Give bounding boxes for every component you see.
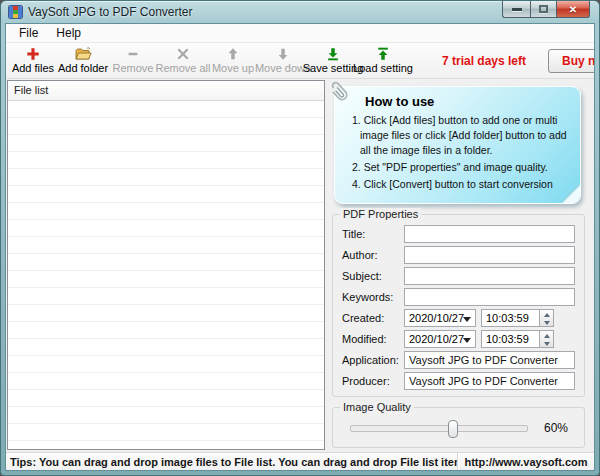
menu-help[interactable]: Help — [47, 25, 90, 41]
settings-panel: How to use 1. Click [Add files] button t… — [325, 80, 593, 450]
load-setting-icon — [376, 47, 390, 62]
created-time-value: 10:03:59 — [486, 312, 529, 324]
producer-field-label: Producer: — [342, 375, 404, 387]
minimize-button[interactable] — [502, 1, 530, 18]
website-link[interactable]: http://www.vaysoft.com — [458, 456, 594, 468]
modified-time-value: 10:03:59 — [486, 333, 529, 345]
created-time-field[interactable]: 10:03:59 — [481, 309, 539, 327]
how-to-use-step-2: 2. Set "PDF properties" and image qualit… — [348, 160, 570, 175]
created-time-spinner[interactable] — [539, 309, 554, 327]
image-quality-slider[interactable] — [350, 425, 528, 432]
maximize-button[interactable] — [530, 1, 556, 18]
move-down-button[interactable]: Move down — [258, 43, 308, 78]
move-up-icon — [226, 47, 240, 62]
spinner-up-icon[interactable] — [540, 331, 553, 340]
remove-all-label: Remove all — [155, 62, 210, 75]
file-list-body[interactable] — [8, 101, 324, 449]
app-window: VaySoft JPG to PDF Converter ✕ File Help… — [0, 0, 600, 476]
image-quality-group: Image Quality 60% — [332, 407, 585, 448]
main-area: File list How to use — [6, 79, 594, 452]
title-field-label: Title: — [342, 228, 404, 240]
close-icon: ✕ — [569, 4, 577, 15]
menu-file[interactable]: File — [10, 25, 47, 41]
chevron-down-icon — [463, 317, 471, 326]
image-quality-slider-thumb[interactable] — [448, 420, 458, 438]
created-date-dropdown[interactable]: 2020/10/27 — [404, 309, 476, 327]
add-folder-icon — [75, 47, 92, 62]
maximize-icon — [539, 5, 548, 13]
how-to-use-step-1: 1. Click [Add files] button to add one o… — [348, 113, 570, 158]
file-list: File list — [7, 80, 325, 450]
how-to-use-title: How to use — [365, 94, 570, 109]
paperclip-icon — [330, 80, 352, 104]
keywords-field-label: Keywords: — [342, 291, 404, 303]
keywords-field[interactable] — [404, 288, 575, 306]
save-setting-icon — [326, 47, 340, 62]
app-icon — [8, 5, 23, 19]
author-field-label: Author: — [342, 249, 404, 261]
image-quality-group-label: Image Quality — [340, 401, 414, 413]
trial-days-text: 7 trial days left — [416, 43, 548, 78]
menu-bar: File Help — [6, 24, 594, 43]
chevron-down-icon — [463, 338, 471, 347]
created-date-value: 2020/10/27 — [409, 312, 464, 324]
remove-button[interactable]: Remove — [108, 43, 158, 78]
file-list-column-header[interactable]: File list — [8, 81, 324, 101]
add-folder-button[interactable]: Add folder — [58, 43, 108, 78]
move-up-label: Move up — [212, 62, 254, 75]
window-title: VaySoft JPG to PDF Converter — [28, 5, 193, 19]
add-files-button[interactable]: Add files — [8, 43, 58, 78]
application-field-label: Application: — [342, 354, 404, 366]
add-files-icon — [26, 47, 40, 62]
toolbar: Add files Add folder Remove — [6, 43, 594, 79]
spinner-up-icon[interactable] — [540, 310, 553, 319]
pdf-properties-group: PDF Properties Title: Author: Subject: — [332, 214, 585, 397]
minimize-icon — [512, 8, 522, 11]
add-folder-label: Add folder — [58, 62, 108, 75]
close-button[interactable]: ✕ — [556, 1, 590, 18]
subject-field[interactable] — [404, 267, 575, 285]
remove-all-icon — [176, 47, 190, 62]
modified-date-value: 2020/10/27 — [409, 333, 464, 345]
modified-time-spinner[interactable] — [539, 330, 554, 348]
remove-all-button[interactable]: Remove all — [158, 43, 208, 78]
load-setting-button[interactable]: Load setting — [358, 43, 408, 78]
how-to-use-note: How to use 1. Click [Add files] button t… — [334, 86, 581, 204]
modified-time-field[interactable]: 10:03:59 — [481, 330, 539, 348]
add-files-label: Add files — [12, 62, 54, 75]
remove-label: Remove — [113, 62, 154, 75]
remove-icon — [126, 47, 140, 62]
spinner-down-icon[interactable] — [540, 340, 553, 349]
subject-field-label: Subject: — [342, 270, 404, 282]
save-setting-button[interactable]: Save setting — [308, 43, 358, 78]
created-field-label: Created: — [342, 312, 404, 324]
move-down-icon — [276, 47, 290, 62]
buy-now-button[interactable]: Buy now — [548, 49, 595, 73]
title-bar: VaySoft JPG to PDF Converter ✕ — [1, 1, 599, 23]
modified-date-dropdown[interactable]: 2020/10/27 — [404, 330, 476, 348]
author-field[interactable] — [404, 246, 575, 264]
pdf-properties-group-label: PDF Properties — [340, 208, 421, 220]
producer-field[interactable] — [404, 372, 575, 390]
load-setting-label: Load setting — [353, 62, 413, 75]
status-bar: Tips: You can drag and drop image files … — [6, 452, 594, 470]
image-quality-value: 60% — [544, 421, 568, 435]
status-tips-text: Tips: You can drag and drop image files … — [6, 453, 458, 470]
modified-field-label: Modified: — [342, 333, 404, 345]
move-up-button[interactable]: Move up — [208, 43, 258, 78]
title-field[interactable] — [404, 225, 575, 243]
application-field[interactable] — [404, 351, 575, 369]
how-to-use-step-3: 4. Click [Convert] button to start conve… — [348, 177, 570, 192]
spinner-down-icon[interactable] — [540, 319, 553, 328]
